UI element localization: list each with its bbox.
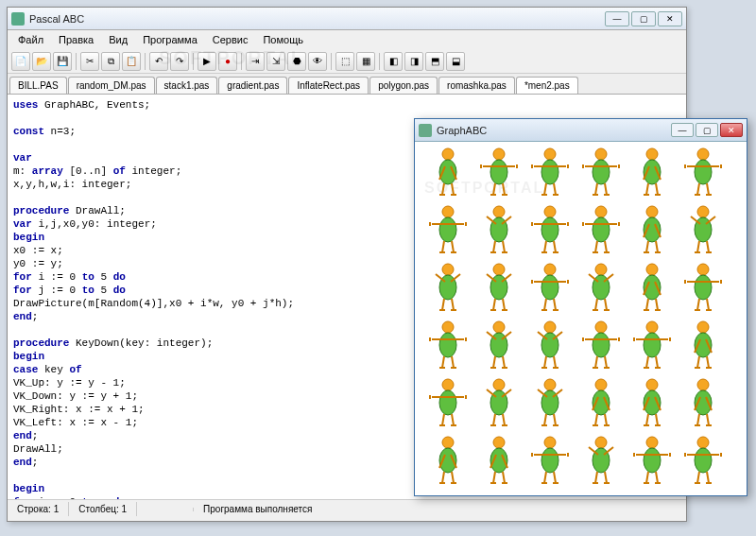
svg-point-84 [595,206,607,217]
svg-point-282 [544,437,556,448]
svg-line-80 [544,241,546,252]
menu-помощь[interactable]: Помощь [256,32,310,47]
figure-sprite [528,203,572,254]
graph-app-icon [419,124,432,137]
figure-sprite [528,434,572,485]
svg-point-47 [695,160,712,184]
menu-вид[interactable]: Вид [102,32,134,47]
tool-icon[interactable]: ◧ [384,52,403,71]
file-tab[interactable]: InflateRect.pas [288,77,369,94]
svg-line-98 [646,241,648,252]
graph-titlebar[interactable]: GraphABC — ▢ ✕ [415,119,747,142]
tool-icon[interactable]: ▦ [356,52,375,71]
figure-sprite [681,434,725,485]
figure-sprite [528,376,572,427]
svg-point-9 [490,160,507,184]
svg-point-85 [593,217,610,242]
graph-close-button[interactable]: ✕ [720,123,743,137]
figure-sprite [681,203,725,254]
svg-point-310 [697,437,709,448]
menu-правка[interactable]: Правка [52,32,100,47]
svg-line-289 [554,472,556,483]
svg-line-91 [605,241,607,252]
watch-icon[interactable]: 👁 [308,52,327,71]
minimize-button[interactable]: — [605,11,629,26]
svg-line-278 [493,472,495,483]
file-tab[interactable]: polygon.pas [369,77,438,94]
maximize-button[interactable]: ▢ [631,11,656,26]
svg-line-168 [442,356,444,368]
svg-point-66 [493,206,505,217]
svg-point-144 [646,264,658,275]
svg-line-230 [493,414,495,425]
svg-line-123 [503,299,505,310]
main-title: Pascal ABC [29,13,605,25]
figure-sprite [477,203,521,254]
graph-canvas: SOFTPORTAL [415,142,747,495]
file-tab[interactable]: gradient.pas [218,77,287,94]
svg-line-205 [656,356,658,368]
svg-line-34 [595,183,597,195]
figure-sprite [477,261,521,312]
figure-sprite [477,146,521,197]
svg-point-163 [439,333,456,357]
figure-sprite [630,203,674,254]
svg-line-246 [595,414,597,425]
status-line: Строка: 1 [8,502,69,516]
toolbar-separator [331,53,332,70]
svg-point-292 [595,437,607,448]
tool-icon[interactable]: ⬓ [446,52,465,71]
step-icon[interactable]: ⇥ [246,52,265,71]
svg-line-122 [493,299,495,310]
file-tab[interactable]: random_DM.pas [68,77,155,94]
file-tab[interactable]: BILL.PAS [9,77,67,94]
graph-minimize-button[interactable]: — [671,123,694,137]
graph-maximize-button[interactable]: ▢ [696,123,718,137]
figure-sprite [630,261,674,312]
svg-line-194 [595,356,597,368]
tool-icon[interactable]: ◨ [404,52,423,71]
run-icon[interactable]: ▶ [198,52,216,71]
redo-icon[interactable]: ↷ [170,52,189,71]
file-tab[interactable]: stack1.pas [156,77,218,94]
svg-line-106 [697,241,699,252]
figure-sprite [579,261,623,312]
breakpoint-icon[interactable]: ⬣ [287,52,306,71]
svg-line-63 [452,241,454,252]
svg-line-62 [442,241,444,252]
svg-line-53 [707,183,709,195]
close-button[interactable]: ✕ [658,11,682,26]
menu-файл[interactable]: Файл [11,32,50,47]
svg-point-216 [442,379,454,390]
svg-line-52 [697,183,699,195]
open-file-icon[interactable]: 📂 [32,52,51,71]
figure-sprite [681,319,725,370]
file-tab[interactable]: romashka.pas [438,77,515,94]
cut-icon[interactable]: ✂ [80,52,99,71]
stop-icon[interactable]: ● [218,52,237,71]
figure-sprite [579,203,623,254]
paste-icon[interactable]: 📋 [122,52,141,71]
tool-icon[interactable]: ⬚ [335,52,354,71]
svg-point-46 [697,148,709,160]
menu-сервис[interactable]: Сервис [206,32,255,47]
tool-icon[interactable]: ⬒ [425,52,444,71]
undo-icon[interactable]: ↶ [149,52,168,71]
new-file-icon[interactable]: 📄 [11,52,30,71]
figure-sprite [579,146,623,197]
step-over-icon[interactable]: ⇲ [266,52,285,71]
main-titlebar[interactable]: Pascal ABC — ▢ ✕ [8,8,686,30]
save-icon[interactable]: 💾 [53,52,72,71]
figure-sprite [630,146,674,197]
svg-line-316 [697,472,699,483]
menu-программа[interactable]: Программа [136,32,204,47]
figure-sprite [681,146,725,197]
svg-point-118 [493,264,505,275]
figure-sprite [426,376,470,427]
copy-icon[interactable]: ⧉ [101,52,120,71]
file-tab[interactable]: *men2.pas [516,77,578,94]
statusbar: Строка: 1 Столбец: 1 Программа выполняет… [8,499,686,518]
figure-sprite [528,261,572,312]
svg-point-102 [697,206,709,217]
svg-line-158 [697,299,699,310]
